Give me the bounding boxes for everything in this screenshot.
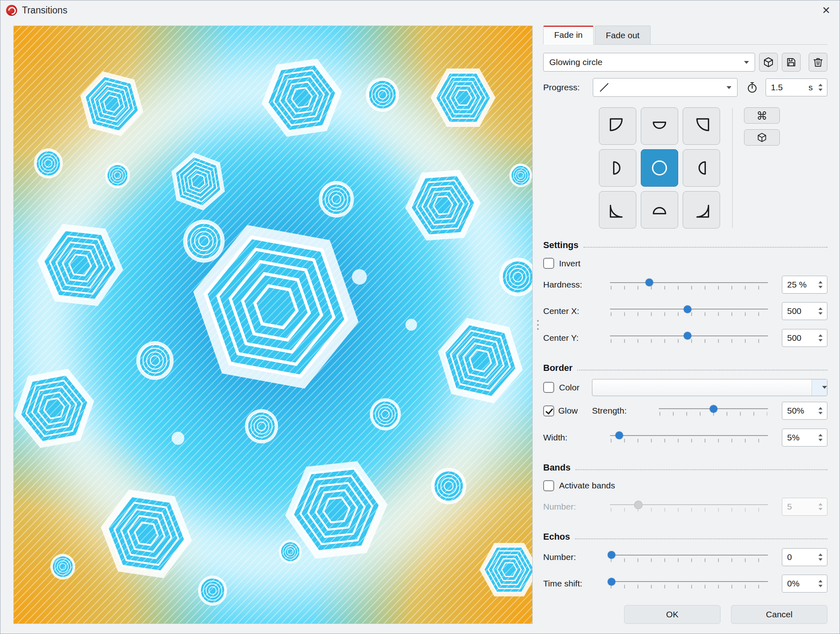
cube-3d-button[interactable] — [744, 129, 780, 146]
vertical-separator — [732, 108, 733, 228]
glow-width-slider[interactable] — [610, 430, 768, 445]
slider-ticks — [611, 339, 767, 343]
progress-curve-dropdown[interactable] — [593, 78, 738, 97]
align-center-button[interactable] — [641, 149, 678, 187]
invert-label: Invert — [559, 259, 581, 268]
slider-thumb[interactable] — [709, 405, 717, 413]
align-top-button[interactable] — [641, 107, 678, 145]
time-shift-slider[interactable] — [610, 576, 768, 591]
glow-checkbox-row[interactable]: Glow — [543, 405, 592, 416]
section-title: Echos — [543, 532, 570, 542]
center-x-spinner[interactable]: 500 — [782, 302, 827, 320]
chevron-box[interactable] — [812, 379, 827, 396]
invert-checkbox-row[interactable]: Invert — [543, 258, 827, 269]
save-preset-button[interactable] — [782, 53, 801, 72]
invert-checkbox[interactable] — [543, 258, 554, 269]
delete-preset-button[interactable] — [809, 53, 827, 72]
trash-icon — [812, 57, 824, 68]
section-title: Bands — [543, 462, 570, 473]
time-shift-value: 0% — [787, 579, 817, 588]
time-shift-spinner[interactable]: 0% — [782, 575, 827, 593]
slider-track — [610, 581, 768, 582]
splitter-handle[interactable] — [533, 26, 543, 624]
spinner-arrows[interactable] — [817, 334, 824, 342]
duration-spinner[interactable]: 1.5 s — [766, 78, 827, 96]
preset-dropdown[interactable]: Glowing circle — [543, 53, 755, 72]
center-x-slider[interactable] — [610, 304, 768, 318]
glow-width-spinner[interactable]: 5% — [782, 429, 827, 447]
slider-ticks — [611, 558, 767, 562]
preset-value: Glowing circle — [549, 57, 603, 67]
glow-label: Glow — [558, 406, 578, 416]
spinner-arrows[interactable] — [817, 84, 824, 91]
cancel-button[interactable]: Cancel — [731, 605, 827, 624]
time-shift-label: Time shift: — [543, 579, 610, 588]
hardness-slider[interactable] — [610, 277, 768, 292]
color-checkbox-row[interactable]: Color — [543, 382, 592, 393]
chevron-down-icon — [744, 61, 749, 64]
glow-width-row: Width: 5% — [543, 427, 827, 449]
dialog-content: Fade in Fade out Glowing circle — [0, 20, 840, 634]
ok-button[interactable]: OK — [624, 605, 720, 624]
center-x-value: 500 — [787, 306, 817, 316]
transition-preview-image — [13, 26, 533, 624]
chevron-down-icon — [727, 86, 731, 89]
hardness-spinner[interactable]: 25 % — [782, 276, 827, 294]
align-left-button[interactable] — [599, 149, 636, 187]
quarter-circle-bottom-left-icon — [607, 199, 629, 221]
center-y-slider[interactable] — [610, 331, 768, 345]
align-right-button[interactable] — [683, 149, 720, 187]
duration-unit: s — [809, 83, 813, 92]
slider-thumb[interactable] — [683, 305, 691, 313]
slider-thumb[interactable] — [607, 578, 615, 586]
slider-thumb[interactable] — [646, 279, 653, 286]
align-bottom-button[interactable] — [641, 191, 678, 229]
color-label: Color — [559, 383, 579, 392]
spinner-arrows[interactable] — [817, 580, 824, 587]
echos-number-spinner[interactable]: 0 — [782, 548, 827, 566]
command-button[interactable] — [744, 107, 780, 124]
bands-number-label: Number: — [543, 502, 610, 512]
activate-bands-checkbox[interactable] — [543, 480, 554, 491]
window-title: Transitions — [22, 5, 67, 16]
center-y-label: Center Y: — [543, 333, 610, 343]
slider-thumb[interactable] — [607, 551, 615, 559]
border-color-dropdown[interactable] — [592, 379, 827, 396]
spinner-arrows[interactable] — [817, 307, 824, 315]
align-top-right-button[interactable] — [683, 107, 720, 145]
stopwatch-button[interactable] — [743, 78, 761, 96]
color-checkbox[interactable] — [543, 382, 554, 393]
time-shift-row: Time shift: 0% — [543, 573, 827, 595]
spinner-arrows[interactable] — [817, 281, 824, 288]
center-y-spinner[interactable]: 500 — [782, 329, 827, 347]
close-button[interactable]: ✕ — [813, 0, 840, 20]
echos-number-slider[interactable] — [610, 550, 768, 564]
strength-value: 50% — [787, 406, 817, 416]
glow-checkbox[interactable] — [543, 405, 554, 416]
spinner-arrows[interactable] — [817, 434, 824, 441]
half-circle-left-icon — [607, 157, 629, 179]
border-color-row: Color — [543, 379, 827, 396]
slider-thumb[interactable] — [683, 332, 691, 340]
load-preset-button[interactable] — [759, 53, 778, 72]
tab-fade-in[interactable]: Fade in — [543, 26, 594, 45]
tab-fade-out[interactable]: Fade out — [595, 26, 651, 44]
activate-bands-label: Activate bands — [559, 481, 615, 490]
align-top-left-button[interactable] — [599, 107, 636, 145]
spinner-arrows[interactable] — [817, 407, 824, 414]
align-bottom-right-button[interactable] — [683, 191, 720, 229]
activate-bands-checkbox-row[interactable]: Activate bands — [543, 480, 827, 491]
spinner-arrows[interactable] — [817, 553, 824, 561]
hardness-row: Hardness: 25 % — [543, 274, 827, 296]
glow-strength-spinner[interactable]: 50% — [782, 402, 827, 420]
echos-section-header: Echos — [543, 532, 827, 542]
glow-strength-slider[interactable] — [659, 403, 768, 418]
slider-ticks — [611, 312, 767, 316]
bands-number-row: Number: 5 — [543, 496, 827, 518]
align-bottom-left-button[interactable] — [599, 191, 636, 229]
command-icon — [757, 110, 767, 121]
app-logo-icon — [6, 5, 17, 16]
slider-thumb[interactable] — [616, 431, 623, 439]
settings-section-header: Settings — [543, 240, 827, 251]
bands-section-header: Bands — [543, 462, 827, 473]
